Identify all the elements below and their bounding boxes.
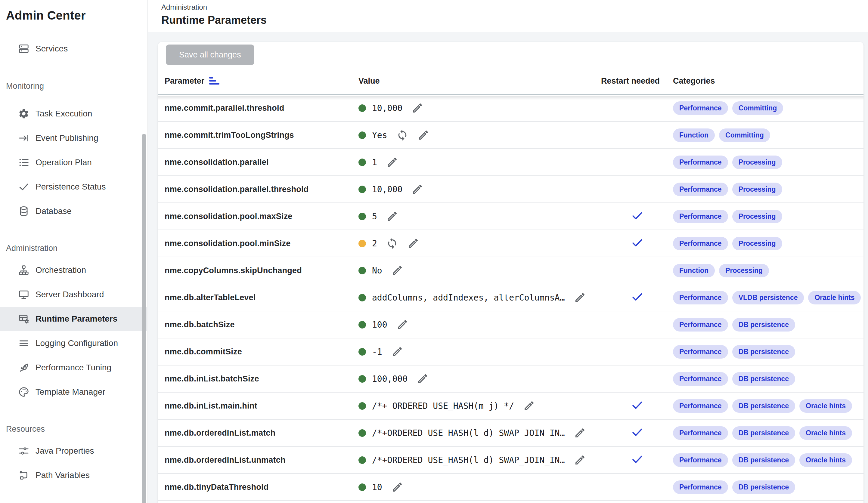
parameter-name: nme.commit.trimTooLongStrings	[165, 130, 359, 140]
sort-icon[interactable]	[209, 77, 219, 85]
nav-section-label: Administration	[0, 242, 147, 254]
categories-cell: PerformanceCommitting	[673, 101, 864, 115]
column-header-parameter[interactable]: Parameter	[165, 76, 359, 86]
edit-icon[interactable]	[407, 237, 419, 249]
nav-section-label: Monitoring	[0, 80, 147, 92]
sidebar-item-label: Server Dashboard	[35, 290, 104, 299]
sidebar: Admin Center ServicesMonitoringTask Exec…	[0, 0, 147, 503]
value-cell: /*+ORDERED USE_HASH(l d) SWAP_JOIN_IN…	[359, 454, 601, 466]
page-title: Runtime Parameters	[161, 14, 868, 27]
toolbar: Save all changes	[158, 42, 864, 68]
status-dot-green	[359, 348, 366, 356]
sidebar-item-runtime-parameters[interactable]: Runtime Parameters	[0, 307, 147, 331]
category-badge: Performance	[673, 237, 728, 250]
logging-configuration-icon	[18, 337, 30, 349]
sidebar-item-template-manager[interactable]: Template Manager	[0, 380, 147, 404]
sync-icon[interactable]	[386, 237, 398, 249]
edit-icon[interactable]	[411, 102, 423, 114]
column-header-categories: Categories	[673, 76, 864, 86]
edit-icon[interactable]	[396, 318, 409, 331]
table-row: nme.copyColumns.skipUnchangedNoFunctionP…	[158, 257, 864, 284]
edit-icon[interactable]	[391, 346, 403, 358]
edit-icon[interactable]	[574, 454, 586, 466]
parameter-value: -1	[372, 347, 382, 357]
sidebar-item-orchestration[interactable]: Orchestration	[0, 258, 147, 282]
category-badge: Performance	[673, 372, 728, 386]
sidebar-item-java-properties[interactable]: Java Properties	[0, 439, 147, 463]
sidebar-item-services[interactable]: Services	[0, 37, 147, 61]
sidebar-item-logging-configuration[interactable]: Logging Configuration	[0, 331, 147, 355]
sidebar-item-database[interactable]: Database	[0, 199, 147, 223]
column-header-parameter-label: Parameter	[165, 76, 204, 86]
value-cell: /*+ORDERED USE_HASH(l d) SWAP_JOIN_IN…	[359, 427, 601, 439]
sidebar-item-server-dashboard[interactable]: Server Dashboard	[0, 283, 147, 306]
table-row: nme.consolidation.parallel.threshold10,0…	[158, 176, 864, 203]
sidebar-item-label: Services	[35, 44, 68, 54]
java-properties-icon	[18, 445, 30, 457]
parameter-value: addColumns, addIndexes, alterColumnsA…	[372, 293, 565, 303]
parameter-name: nme.consolidation.parallel	[165, 158, 359, 167]
save-all-changes-button[interactable]: Save all changes	[166, 44, 254, 65]
sidebar-nav: ServicesMonitoringTask ExecutionEvent Pu…	[0, 37, 147, 488]
sidebar-item-persistence-status[interactable]: Persistence Status	[0, 175, 147, 199]
category-badge: Performance	[673, 399, 728, 413]
sidebar-item-task-execution[interactable]: Task Execution	[0, 102, 147, 126]
edit-icon[interactable]	[386, 156, 398, 168]
categories-cell: PerformanceProcessing	[673, 237, 864, 250]
parameter-value: 10	[372, 482, 382, 492]
parameter-name: nme.db.tinyDataThreshold	[165, 483, 359, 492]
parameter-value: 2	[372, 239, 377, 249]
table-row: nme.db.inList.main.hint/*+ ORDERED USE_H…	[158, 392, 864, 420]
categories-cell: PerformanceDB persistenceOracle hints	[673, 426, 864, 440]
edit-icon[interactable]	[417, 129, 430, 141]
edit-icon[interactable]	[416, 373, 428, 385]
sidebar-item-performance-tuning[interactable]: Performance Tuning	[0, 356, 147, 380]
sidebar-item-label: Persistence Status	[35, 182, 106, 192]
edit-icon[interactable]	[523, 400, 535, 412]
parameter-value: 10,000	[372, 185, 402, 194]
restart-needed-cell	[601, 290, 673, 305]
parameter-name: nme.db.commitSize	[165, 347, 359, 356]
value-cell: No	[359, 264, 601, 276]
restart-needed-cell	[601, 453, 673, 467]
categories-cell: PerformanceDB persistence	[673, 345, 864, 359]
restart-needed-cell	[601, 209, 673, 223]
sidebar-item-operation-plan[interactable]: Operation Plan	[0, 150, 147, 175]
categories-cell: FunctionProcessing	[673, 264, 864, 277]
value-cell: 100	[359, 318, 601, 331]
parameter-name: nme.consolidation.parallel.threshold	[165, 185, 359, 194]
edit-icon[interactable]	[391, 481, 403, 493]
status-dot-green	[359, 457, 366, 464]
breadcrumb: Administration	[161, 3, 868, 11]
sidebar-item-label: Logging Configuration	[35, 338, 118, 348]
edit-icon[interactable]	[386, 210, 398, 222]
parameter-value: 100	[372, 320, 388, 330]
sidebar-item-path-variables[interactable]: Path Variables	[0, 463, 147, 488]
sidebar-item-label: Database	[35, 206, 72, 216]
sidebar-item-label: Task Execution	[35, 109, 92, 118]
parameter-value: /*+ORDERED USE_HASH(l d) SWAP_JOIN_IN…	[372, 455, 565, 465]
sync-icon[interactable]	[396, 129, 409, 141]
categories-cell: PerformanceDB persistence	[673, 318, 864, 332]
status-dot-green	[359, 132, 366, 139]
sidebar-item-label: Orchestration	[35, 265, 86, 275]
table-row: nme.db.inList.batchSize100,000Performanc…	[158, 366, 864, 392]
table-row: nme.commit.parallel.threshold10,000Perfo…	[158, 95, 864, 122]
edit-icon[interactable]	[574, 292, 586, 304]
task-execution-icon	[18, 108, 30, 119]
category-badge: Performance	[673, 101, 728, 115]
edit-icon[interactable]	[411, 183, 423, 195]
edit-icon[interactable]	[574, 427, 586, 439]
sidebar-scrollbar[interactable]	[142, 134, 146, 503]
main-header: Administration Runtime Parameters	[148, 0, 868, 31]
edit-icon[interactable]	[391, 264, 403, 276]
template-manager-icon	[18, 386, 30, 398]
value-cell: 100,000	[359, 373, 601, 385]
persistence-status-icon	[18, 181, 30, 192]
sidebar-item-label: Path Variables	[35, 471, 90, 480]
category-badge: Function	[673, 128, 715, 142]
sidebar-item-event-publishing[interactable]: Event Publishing	[0, 126, 147, 150]
category-badge: Oracle hints	[808, 291, 861, 304]
category-badge: Performance	[673, 291, 728, 304]
status-dot-green	[359, 483, 366, 491]
